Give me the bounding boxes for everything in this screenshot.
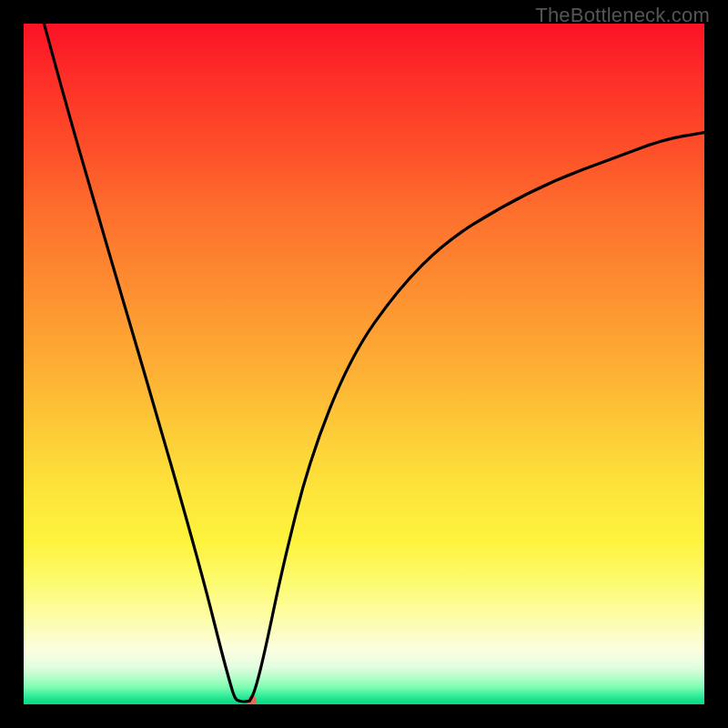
bottleneck-curve-path	[44, 24, 704, 702]
watermark-text: TheBottleneck.com	[535, 4, 710, 27]
chart-frame	[24, 24, 704, 704]
chart-curve	[24, 24, 704, 704]
